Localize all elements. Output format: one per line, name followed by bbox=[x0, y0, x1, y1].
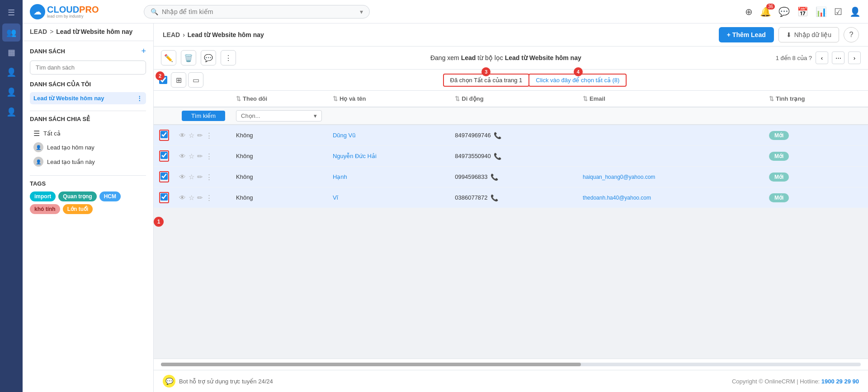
more-icon-1[interactable]: ⋮ bbox=[206, 131, 212, 140]
edit-icon-4[interactable]: ✏ bbox=[197, 194, 203, 202]
star-icon-3[interactable]: ☆ bbox=[189, 173, 194, 181]
view-icon-3[interactable]: 👁 bbox=[179, 173, 186, 181]
phone-icon-4[interactable]: 📞 bbox=[491, 194, 498, 201]
row-actions-4: 👁 ☆ ✏ ⋮ bbox=[179, 194, 228, 202]
user-profile-icon[interactable]: 👤 bbox=[849, 6, 861, 17]
tag-import[interactable]: import bbox=[30, 191, 56, 201]
breadcrumb-lead: LEAD bbox=[163, 31, 180, 38]
edit-button[interactable]: ✏️ bbox=[161, 50, 176, 65]
split-view-button[interactable]: ▭ bbox=[188, 72, 203, 88]
row-checkbox-4[interactable] bbox=[160, 193, 168, 201]
row-checkbox-1[interactable] bbox=[160, 131, 168, 138]
status-3: Mới bbox=[764, 167, 868, 187]
status-2: Mới bbox=[764, 146, 868, 167]
user-icon[interactable]: 👤 bbox=[2, 63, 20, 81]
view-icon-4[interactable]: 👁 bbox=[179, 194, 186, 201]
add-list-button[interactable]: + bbox=[141, 47, 146, 56]
email-3[interactable]: haiquan_hoang0@yahoo.com bbox=[577, 167, 764, 187]
table-area: LEAD › Lead từ Website hôm nay + Thêm Le… bbox=[154, 23, 868, 392]
star-icon-2[interactable]: ☆ bbox=[189, 152, 194, 160]
view-icon-1[interactable]: 👁 bbox=[179, 131, 186, 139]
menu-icon[interactable]: ☰ bbox=[2, 4, 20, 22]
prev-page-button[interactable]: ‹ bbox=[816, 51, 828, 64]
chart-icon[interactable]: 📊 bbox=[816, 6, 827, 17]
contacts-icon[interactable]: 👤 bbox=[2, 103, 20, 121]
grid-view-button[interactable]: ⊞ bbox=[171, 72, 186, 88]
tag-khotanh[interactable]: khó tính bbox=[30, 204, 60, 214]
tag-important[interactable]: Quan trọng bbox=[58, 191, 96, 201]
table-row: 👁 ☆ ✏ ⋮ Không Nguyễn Đức Hải bbox=[154, 146, 868, 167]
footer: 💬 Bot hỗ trợ sử dụng trực tuyến 24/24 Co… bbox=[154, 370, 868, 392]
search-filter-button[interactable]: Tìm kiếm bbox=[182, 111, 225, 121]
logo-text: CLOUDPRO bbox=[47, 5, 99, 14]
phone-icon-2[interactable]: 📞 bbox=[494, 153, 501, 160]
row-actions-2: 👁 ☆ ✏ ⋮ bbox=[179, 152, 228, 160]
download-icon: ⬇ bbox=[786, 31, 792, 38]
leads-icon[interactable]: 👤 bbox=[2, 83, 20, 101]
star-icon-1[interactable]: ☆ bbox=[189, 131, 194, 140]
icon-bar: ☰ 👥 ▦ 👤 👤 👤 bbox=[0, 0, 23, 392]
more-icon-2[interactable]: ⋮ bbox=[206, 152, 212, 160]
breadcrumb-root[interactable]: LEAD bbox=[30, 28, 47, 35]
scroll-track[interactable] bbox=[161, 363, 861, 366]
chat-icon[interactable]: 💬 bbox=[778, 6, 790, 17]
name-4[interactable]: Vĩ bbox=[327, 187, 449, 208]
edit-icon-2[interactable]: ✏ bbox=[197, 152, 203, 160]
shared-item-all[interactable]: ☰ Tất cả bbox=[30, 127, 146, 140]
search-dropdown-icon[interactable]: ▾ bbox=[360, 8, 363, 15]
phone-3: 0994596833 📞 bbox=[449, 167, 577, 187]
delete-button[interactable]: 🗑️ bbox=[181, 50, 196, 65]
more-icon-3[interactable]: ⋮ bbox=[206, 173, 212, 181]
star-icon-4[interactable]: ☆ bbox=[189, 194, 194, 202]
dashboard-icon[interactable]: 👥 bbox=[2, 23, 20, 42]
table-row: 👁 ☆ ✏ ⋮ Không Vĩ bbox=[154, 187, 868, 208]
phone-2: 84973550940 📞 bbox=[449, 146, 577, 167]
row-checkbox-2[interactable] bbox=[160, 152, 168, 159]
tag-lontuoi[interactable]: Lớn tuổi bbox=[63, 204, 93, 214]
shared-item-today[interactable]: 👤 Lead tạo hôm nay bbox=[30, 140, 146, 154]
phone-icon-3[interactable]: 📞 bbox=[491, 173, 498, 181]
row-checkbox-wrapper-2 bbox=[159, 150, 169, 162]
more-icon-4[interactable]: ⋮ bbox=[206, 194, 212, 202]
table-header-controls: 2 ⊞ ▭ 3 Đã chọn Tất cả của trang bbox=[154, 70, 868, 91]
footer-hotline[interactable]: 1900 29 29 90 bbox=[821, 378, 859, 385]
more-button[interactable]: ⋮ bbox=[221, 50, 236, 65]
shared-item-avatar-today: 👤 bbox=[33, 142, 43, 152]
search-input[interactable] bbox=[162, 8, 356, 15]
name-3[interactable]: Hạnh bbox=[327, 167, 449, 187]
phone-icon-1[interactable]: 📞 bbox=[494, 132, 501, 139]
name-2[interactable]: Nguyễn Đức Hải bbox=[327, 146, 449, 167]
add-lead-button[interactable]: + Thêm Lead bbox=[719, 27, 774, 42]
view-icon-2[interactable]: 👁 bbox=[179, 152, 186, 160]
edit-icon-3[interactable]: ✏ bbox=[197, 173, 203, 181]
th-ho-va-ten: ⇅ Họ và tên bbox=[327, 91, 449, 107]
name-1[interactable]: Dũng Vũ bbox=[327, 125, 449, 146]
notification-button[interactable]: 🔔 36 bbox=[760, 6, 771, 17]
notification-badge: 36 bbox=[766, 4, 775, 9]
email-4[interactable]: thedoanh.ha40@yahoo.com bbox=[577, 187, 764, 208]
more-pages-button[interactable]: ⋯ bbox=[832, 51, 844, 64]
danh-sach-chia-se-title: DANH SÁCH CHIA SẺ bbox=[30, 116, 146, 122]
import-data-button[interactable]: ⬇ Nhập dữ liệu bbox=[778, 27, 839, 42]
comment-button[interactable]: 💬 bbox=[201, 50, 216, 65]
grid-icon[interactable]: ▦ bbox=[2, 43, 20, 61]
todo-icon[interactable]: ☑ bbox=[834, 6, 842, 17]
search-list-input[interactable] bbox=[30, 61, 146, 75]
scroll-thumb[interactable] bbox=[161, 363, 581, 366]
add-icon[interactable]: ⊕ bbox=[745, 6, 753, 17]
calendar-icon[interactable]: 📅 bbox=[797, 6, 808, 17]
shared-item-week[interactable]: 👤 Lead tạo tuần này bbox=[30, 154, 146, 169]
my-list-item-menu-icon[interactable]: ⋮ bbox=[137, 95, 142, 102]
search-bar[interactable]: 🔍 ▾ bbox=[144, 5, 370, 19]
row-checkbox-wrapper-4 bbox=[159, 192, 169, 203]
help-button[interactable]: ? bbox=[844, 27, 859, 42]
next-page-button[interactable]: › bbox=[848, 51, 861, 64]
tag-hcm[interactable]: HCM bbox=[99, 191, 121, 201]
theo-doi-filter[interactable]: Chọn... ▾ bbox=[236, 110, 322, 121]
my-list-item-website[interactable]: Lead từ Website hôm nay ⋮ bbox=[30, 92, 146, 104]
row-checkbox-3[interactable] bbox=[160, 173, 168, 180]
th-tinh-trang: ⇅ Tình trạng bbox=[764, 91, 868, 107]
breadcrumb-page: Lead từ Website hôm nay bbox=[188, 31, 264, 38]
email-2 bbox=[577, 146, 764, 167]
edit-icon-1[interactable]: ✏ bbox=[197, 131, 203, 140]
